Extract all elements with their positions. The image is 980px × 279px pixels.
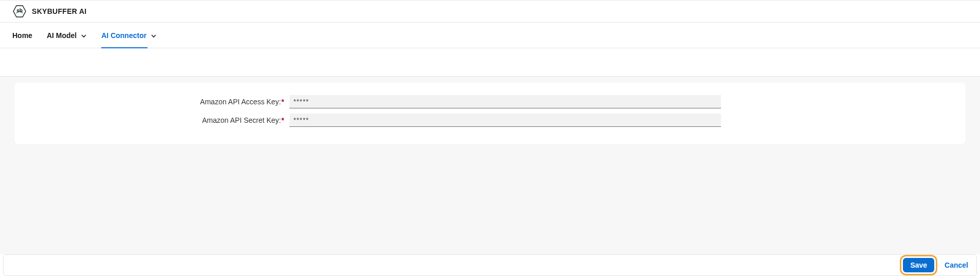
access-key-label: Amazon API Access Key:*	[35, 98, 289, 106]
nav-home[interactable]: Home	[12, 23, 32, 48]
app-header: sb SKYBUFFER AI	[0, 0, 980, 23]
access-key-row: Amazon API Access Key:*	[35, 95, 945, 108]
chevron-down-icon	[151, 32, 157, 39]
chevron-down-icon	[81, 32, 87, 39]
secret-key-input[interactable]	[289, 114, 721, 127]
footer-bar: Save Cancel	[3, 254, 977, 276]
secret-key-label-text: Amazon API Secret Key:	[202, 116, 281, 124]
main-nav: Home AI Model AI Connector	[0, 23, 980, 48]
access-key-input[interactable]	[289, 95, 721, 108]
required-mark: *	[282, 116, 284, 124]
secret-key-label: Amazon API Secret Key:*	[35, 116, 289, 124]
content-area: Amazon API Access Key:* Amazon API Secre…	[0, 77, 980, 254]
nav-ai-connector-label: AI Connector	[101, 31, 146, 40]
save-highlight: Save	[900, 255, 937, 275]
cancel-button[interactable]: Cancel	[942, 258, 970, 272]
nav-home-label: Home	[12, 31, 32, 40]
secret-key-row: Amazon API Secret Key:*	[35, 114, 945, 127]
app-title: SKYBUFFER AI	[32, 7, 87, 15]
required-mark: *	[282, 98, 284, 106]
save-button[interactable]: Save	[903, 258, 934, 272]
skybuffer-logo-icon: sb	[12, 4, 27, 18]
nav-ai-model[interactable]: AI Model	[47, 23, 87, 48]
nav-ai-model-label: AI Model	[47, 31, 77, 40]
logo-area: sb SKYBUFFER AI	[12, 4, 87, 18]
sub-header	[0, 48, 980, 77]
credentials-card: Amazon API Access Key:* Amazon API Secre…	[14, 83, 966, 144]
nav-ai-connector[interactable]: AI Connector	[101, 23, 157, 48]
access-key-label-text: Amazon API Access Key:	[200, 98, 281, 106]
svg-text:sb: sb	[16, 8, 23, 13]
